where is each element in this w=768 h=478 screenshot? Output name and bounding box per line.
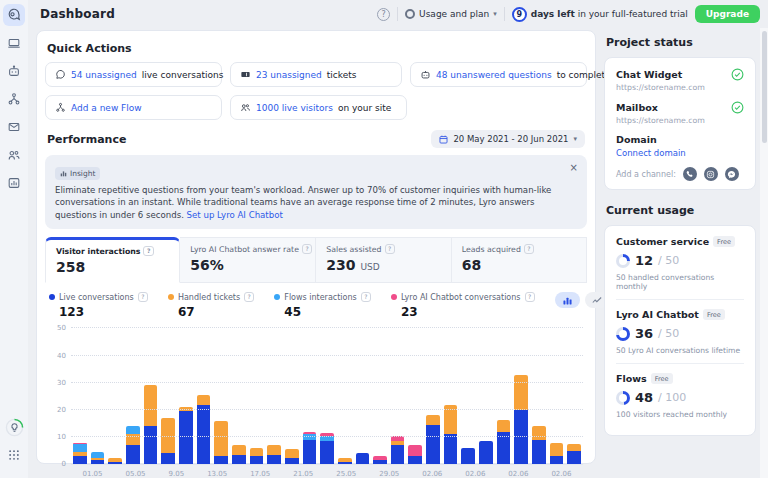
quick-action-tickets[interactable]: 23 unassigned tickets — [230, 62, 402, 87]
scrollbar-thumb[interactable] — [762, 31, 767, 143]
legend-dot — [391, 294, 397, 300]
legend-live-conversations[interactable]: Live conversations? 123 — [49, 292, 148, 319]
x-axis-tick: 13.05 — [207, 470, 227, 478]
bar-segment — [408, 445, 422, 456]
whatsapp-icon[interactable] — [683, 167, 697, 181]
bar-segment — [250, 448, 264, 456]
bar-segment — [426, 425, 440, 464]
current-usage-card: Customer serviceFree 12/ 50 50 handled c… — [604, 225, 756, 436]
bar — [161, 418, 175, 464]
bar-segment — [232, 445, 246, 455]
bar — [479, 441, 493, 464]
sidebar-item-inbox[interactable] — [3, 32, 25, 54]
current-usage-title: Current usage — [606, 204, 756, 217]
bar-segment — [179, 411, 193, 464]
gridline: 40 — [71, 355, 583, 356]
bar-chart-toggle[interactable] — [555, 292, 580, 308]
usage-caption: 50 handled conversations monthly — [616, 273, 744, 291]
bar-segment — [73, 456, 87, 464]
tab-visitor-interactions[interactable]: Visitor interactions? 258 — [45, 237, 180, 283]
bar — [338, 458, 352, 465]
right-panel: Project status Chat Widget https://store… — [604, 30, 756, 436]
question-icon[interactable]: ? — [385, 244, 395, 254]
tab-sales-assisted[interactable]: Sales assisted? 230 USD — [316, 237, 451, 283]
metric-tabs: Visitor interactions? 258 Lyro AI Chatbo… — [45, 237, 587, 283]
trial-days-badge: 9 — [512, 7, 527, 22]
question-icon[interactable]: ? — [525, 292, 535, 302]
usage-ring — [616, 391, 630, 405]
header-divider — [397, 7, 398, 21]
sidebar-item-apps[interactable] — [3, 444, 25, 466]
instagram-icon[interactable] — [704, 167, 718, 181]
quick-action-unanswered-questions[interactable]: 48 unanswered questions to complete — [410, 62, 587, 87]
channel-name: Chat Widget — [616, 69, 682, 80]
legend-value: 45 — [284, 305, 371, 319]
stacked-bar-chart: 01020304050 01.0505.059.0513.0517.0521.0… — [71, 329, 583, 478]
bar-segment — [267, 445, 281, 455]
bar — [550, 443, 564, 465]
quick-action-rest: tickets — [327, 70, 357, 80]
tab-leads-acquired[interactable]: Leads acquired? 68 — [452, 237, 587, 283]
bar — [267, 445, 281, 464]
date-range-picker[interactable]: 20 May 2021 - 20 Jun 2021 ▾ — [431, 130, 585, 148]
usage-and-plan-label: Usage and plan — [419, 9, 489, 19]
question-icon[interactable]: ? — [138, 292, 148, 302]
dashboard-main-card: Quick Actions 54 unassigned live convers… — [36, 30, 596, 464]
sidebar-item-visitors[interactable] — [3, 144, 25, 166]
question-icon[interactable]: ? — [302, 244, 312, 254]
campaigns-icon — [7, 120, 21, 134]
sidebar-item-analytics[interactable] — [3, 172, 25, 194]
sidebar-item-flows[interactable] — [3, 88, 25, 110]
help-icon[interactable]: ? — [377, 8, 390, 21]
question-icon[interactable]: ? — [524, 244, 534, 254]
close-icon[interactable]: × — [570, 162, 578, 173]
messenger-icon[interactable] — [725, 167, 739, 181]
bar-segment — [197, 395, 211, 405]
question-icon[interactable]: ? — [143, 246, 153, 256]
legend-dot — [49, 294, 55, 300]
usage-ring — [616, 327, 630, 341]
legend-handled-tickets[interactable]: Handled tickets? 67 — [168, 292, 254, 319]
tab-lyro-answer-rate[interactable]: Lyro AI Chatbot answer rate? 56% — [180, 237, 316, 283]
bar — [373, 456, 387, 464]
metric-value: 56% — [190, 257, 305, 273]
bar-segment — [532, 440, 546, 465]
app-sidebar — [0, 0, 28, 478]
sidebar-item-onboarding[interactable] — [3, 416, 25, 438]
quick-action-rest: live conversations — [142, 70, 224, 80]
bar — [285, 449, 299, 464]
bar-segment — [73, 444, 87, 452]
channel-url: https://storename.com — [616, 83, 744, 92]
channel-name: Domain — [616, 134, 657, 145]
question-icon[interactable]: ? — [244, 292, 254, 302]
bar-segment — [532, 426, 546, 440]
y-axis-tick: 20 — [47, 406, 66, 414]
legend-lyro-conversations[interactable]: Lyro AI Chatbot conversations? 23 — [391, 292, 535, 319]
usage-and-plan-menu[interactable]: Usage and plan ▾ — [405, 9, 497, 19]
bar-segment — [461, 448, 475, 464]
bar — [91, 452, 105, 464]
trial-text: days left in your full-featured trial — [531, 9, 688, 19]
quick-action-live-conversations[interactable]: 54 unassigned live conversations — [45, 62, 222, 87]
bar — [514, 375, 528, 465]
quick-action-live-visitors[interactable]: 1000 live visitors on your site — [230, 95, 407, 120]
bar — [532, 426, 546, 464]
page-scrollbar[interactable] — [760, 28, 768, 478]
sidebar-item-chatbot[interactable] — [3, 60, 25, 82]
question-icon[interactable]: ? — [361, 292, 371, 302]
bar-segment — [214, 456, 228, 464]
bar — [461, 448, 475, 464]
upgrade-button[interactable]: Upgrade — [695, 5, 760, 23]
metric-value: 230 USD — [326, 257, 440, 273]
sidebar-item-dashboard[interactable] — [3, 4, 25, 26]
legend-flows-interactions[interactable]: Flows interactions? 45 — [274, 292, 371, 319]
quick-action-add-flow[interactable]: Add a new Flow — [45, 95, 222, 120]
bar-segment — [250, 456, 264, 464]
channel-url: https://storename.com — [616, 116, 744, 125]
bar-segment — [338, 462, 352, 465]
connect-domain-link[interactable]: Connect domain — [616, 148, 744, 158]
sidebar-item-campaigns[interactable] — [3, 116, 25, 138]
bar-segment — [391, 445, 405, 464]
setup-lyro-link[interactable]: Set up Lyro AI Chatbot — [187, 210, 283, 220]
insight-badge: Insight — [55, 167, 100, 180]
